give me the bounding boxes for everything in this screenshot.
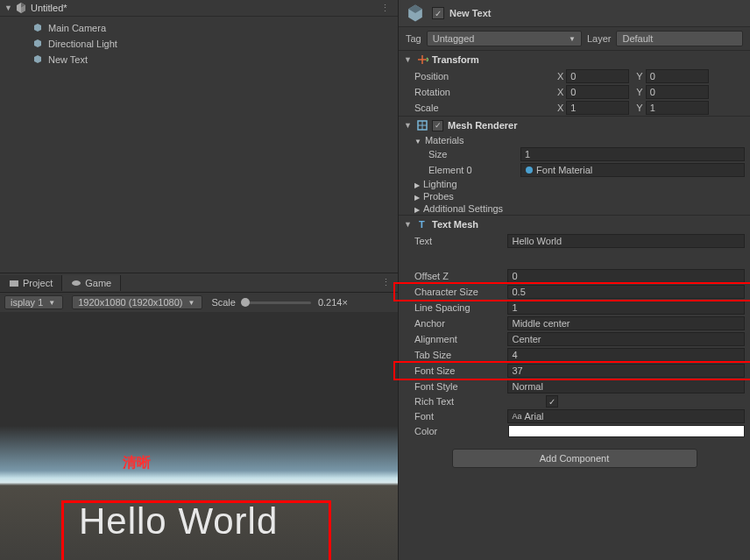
font-size-input[interactable] [507,364,745,378]
scale-row: Scale X Y [399,100,750,116]
scale-value: 0.214× [318,297,348,308]
tab-project[interactable]: Project [0,275,62,291]
inspector-panel: New Text Tag Untagged ▼ Layer Default ▼ … [398,0,750,560]
tab-game[interactable]: Game [62,275,121,291]
text-mesh-icon: T [416,218,428,230]
scene-foldout-icon[interactable]: ▼ [4,4,13,12]
text-input[interactable] [507,234,745,248]
foldout-open-icon[interactable]: ▼ [404,121,413,130]
font-object-field[interactable]: Aa Arial [507,409,745,423]
hierarchy-menu-icon[interactable]: ⋮ [377,3,393,14]
element0-label: Element 0 [428,165,520,175]
materials-label: Materials [414,135,546,145]
tab-size-input[interactable] [507,348,745,362]
game-view: Hello World [0,312,398,560]
hierarchy-item-newtext[interactable]: New Text [7,52,398,67]
hierarchy-item-label: New Text [48,54,88,65]
mesh-renderer-enabled-checkbox[interactable] [432,120,443,131]
font-style-dropdown[interactable]: Normal [507,379,745,393]
layer-label: Layer [587,33,612,44]
element0-object-field[interactable]: Font Material [520,163,745,177]
font-style-row: Font Style Normal [399,379,750,394]
position-x-input[interactable] [566,69,629,83]
display-dropdown[interactable]: isplay 1 ▼ [4,295,63,309]
probes-label: Probes [414,191,546,202]
slider-thumb[interactable] [241,298,250,307]
materials-size-row: Size [399,146,750,162]
mesh-renderer-title: Mesh Renderer [448,120,517,131]
line-spacing-input[interactable] [507,301,745,315]
rich-text-checkbox[interactable] [546,395,558,408]
hierarchy-item-label: Directional Light [48,39,117,49]
font-value: Arial [525,411,544,422]
tab-label: Project [23,278,53,288]
offset-z-label: Offset Z [414,271,507,281]
color-field[interactable] [508,425,745,437]
hierarchy-item-light[interactable]: Directional Light [7,36,398,52]
rotation-x-input[interactable] [566,85,629,99]
hierarchy-list: Main Camera Directional Light New Text [0,17,398,67]
gameobject-name[interactable]: New Text [449,8,491,18]
scale-label: Scale [414,103,550,113]
lighting-row[interactable]: Lighting [399,178,750,190]
materials-size-input[interactable] [520,147,745,161]
gameobject-large-icon [406,4,425,23]
tag-dropdown[interactable]: Untagged ▼ [427,31,582,46]
scale-x-input[interactable] [566,101,629,115]
offset-z-input[interactable] [507,269,745,283]
chevron-down-icon: ▼ [188,299,195,307]
layer-dropdown[interactable]: Default [616,31,743,46]
text-label: Text [414,236,507,246]
probes-row[interactable]: Probes [399,190,750,202]
position-row: Position X Y [399,68,750,84]
hierarchy-scene-row[interactable]: ▼ Untitled* ⋮ [0,0,398,17]
resolution-dropdown[interactable]: 1920x1080 (1920x1080) ▼ [72,295,202,309]
gameobject-icon [32,53,44,66]
element0-value: Font Material [536,165,592,175]
gameobject-active-checkbox[interactable] [432,7,444,19]
font-label: Font [414,411,507,422]
y-axis-label: Y [636,87,642,97]
rich-text-row: Rich Text [399,394,750,408]
hierarchy-item-label: Main Camera [48,23,106,33]
display-label: isplay 1 [11,297,43,308]
tag-layer-row: Tag Untagged ▼ Layer Default [399,27,750,50]
character-size-input[interactable] [507,285,745,299]
alignment-dropdown[interactable]: Center [507,332,745,346]
hierarchy-panel: ▼ Untitled* ⋮ Main Camera Directional Li… [0,0,398,273]
font-row: Font Aa Arial [399,408,750,424]
tab-size-label: Tab Size [414,350,507,360]
tab-label: Game [85,278,111,288]
add-component-button[interactable]: Add Component [452,449,697,468]
character-size-label: Character Size [414,287,507,297]
tag-label: Tag [406,33,421,44]
text-mesh-header[interactable]: ▼ T Text Mesh [399,216,750,233]
transform-title: Transform [432,54,479,65]
tabs-menu-icon[interactable]: ⋮ [374,277,398,288]
alignment-row: Alignment Center [399,331,750,347]
game-toolbar: isplay 1 ▼ 1920x1080 (1920x1080) ▼ Scale… [0,293,398,312]
font-icon: Aa [512,412,521,421]
offset-z-row: Offset Z [399,268,750,284]
rotation-y-input[interactable] [646,85,709,99]
x-axis-label: X [557,103,563,113]
annotation-text-clear: 清晰 [123,454,151,472]
position-y-input[interactable] [646,69,709,83]
hierarchy-item-camera[interactable]: Main Camera [7,20,398,36]
scale-slider[interactable] [241,301,311,304]
font-style-label: Font Style [414,381,507,392]
foldout-open-icon[interactable]: ▼ [404,55,413,64]
scale-y-input[interactable] [646,101,709,115]
x-axis-label: X [557,71,563,82]
materials-row[interactable]: Materials [399,134,750,146]
mesh-renderer-header[interactable]: ▼ Mesh Renderer [399,117,750,134]
size-label: Size [428,149,520,159]
color-row: Color [399,424,750,438]
foldout-open-icon[interactable]: ▼ [404,220,413,229]
anchor-dropdown[interactable]: Middle center [507,316,745,330]
transform-header[interactable]: ▼ Transform [399,51,750,68]
transform-component: ▼ Transform Position X Y Rotation X Y Sc… [399,50,750,116]
additional-settings-row[interactable]: Additional Settings [399,202,750,215]
tabs-bar: Project Game ⋮ [0,273,398,293]
chevron-down-icon: ▼ [48,299,55,307]
